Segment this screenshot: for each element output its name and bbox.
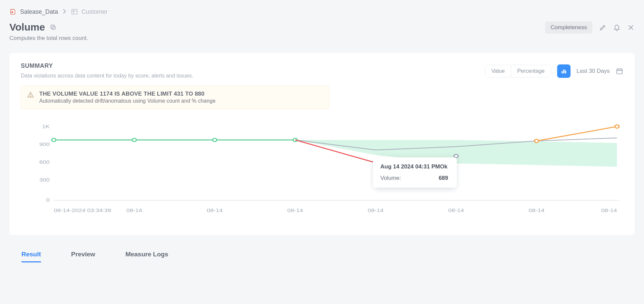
svg-text:08-14: 08-14: [448, 208, 464, 213]
svg-text:08-14: 08-14: [287, 208, 303, 213]
svg-text:08-14: 08-14: [529, 208, 544, 213]
page-subtitle: Computes the total rows count.: [9, 35, 88, 42]
chevron-right-icon: [63, 8, 66, 15]
svg-rect-8: [565, 70, 566, 73]
alert-title: THE VOLUME VALUE 1174 IS ABOVE THE LIMIT…: [39, 91, 216, 97]
svg-text:600: 600: [39, 159, 50, 165]
value-percentage-toggle: Value Percentage: [485, 65, 551, 78]
svg-text:300: 300: [39, 177, 50, 183]
datasource-icon: [9, 8, 17, 15]
date-range-label: Last 30 Days: [577, 68, 610, 74]
svg-rect-1: [72, 9, 77, 14]
tab-preview[interactable]: Preview: [71, 251, 95, 262]
detail-tabs: Result Preview Measure Logs: [21, 251, 635, 262]
svg-point-21: [52, 138, 56, 142]
edit-icon[interactable]: [599, 24, 606, 31]
breadcrumb-label: Customer: [82, 8, 108, 15]
breadcrumb: Salease_Data Customer: [9, 8, 635, 15]
summary-card: SUMMARY Data violations across data cont…: [9, 53, 635, 235]
tooltip-label: Volume:: [380, 175, 401, 182]
summary-subtitle: Data violations across data content for …: [21, 73, 193, 79]
svg-text:08-14: 08-14: [368, 208, 383, 213]
svg-point-22: [132, 138, 136, 142]
svg-text:08-14: 08-14: [207, 208, 223, 213]
svg-rect-4: [52, 26, 55, 30]
volume-chart[interactable]: 1K 900 600 300 0: [21, 120, 623, 222]
svg-point-28: [615, 125, 619, 128]
tab-measure-logs[interactable]: Measure Logs: [125, 251, 168, 262]
svg-point-23: [213, 138, 217, 142]
toggle-value[interactable]: Value: [485, 65, 511, 77]
svg-rect-7: [563, 69, 564, 73]
svg-text:1K: 1K: [42, 124, 50, 130]
toggle-percentage[interactable]: Percentage: [511, 65, 551, 77]
alert-banner: THE VOLUME VALUE 1174 IS ABOVE THE LIMIT…: [21, 86, 329, 109]
breadcrumb-item-table[interactable]: Customer: [71, 8, 108, 15]
svg-text:0: 0: [46, 197, 50, 203]
tab-result[interactable]: Result: [21, 251, 41, 262]
calendar-icon[interactable]: [616, 67, 623, 75]
svg-text:08-14: 08-14: [126, 208, 142, 213]
chart-tooltip: Aug 14 2024 04:31 PMOk Volume: 689: [373, 157, 457, 188]
svg-text:08-14: 08-14: [601, 208, 617, 213]
bell-icon[interactable]: [613, 24, 621, 31]
svg-point-14: [30, 96, 31, 96]
svg-point-0: [11, 11, 13, 13]
svg-text:900: 900: [39, 142, 50, 147]
svg-rect-6: [561, 71, 562, 73]
breadcrumb-label: Salease_Data: [20, 8, 58, 15]
close-icon[interactable]: [627, 24, 635, 31]
svg-rect-5: [51, 25, 54, 28]
chart-type-button[interactable]: [557, 64, 571, 78]
summary-title: SUMMARY: [21, 62, 193, 69]
svg-rect-9: [617, 69, 623, 74]
alert-subtitle: Automatically detected drift/anomalous u…: [39, 98, 216, 104]
breadcrumb-item-datasource[interactable]: Salease_Data: [9, 8, 58, 15]
copy-icon[interactable]: [50, 24, 56, 31]
category-badge: Completeness: [545, 21, 592, 34]
svg-text:08-14-2024 03:34:39: 08-14-2024 03:34:39: [54, 208, 111, 213]
page-title: Volume: [9, 21, 45, 33]
tooltip-date: Aug 14 2024 04:31 PMOk: [380, 163, 448, 170]
warning-icon: [27, 91, 34, 104]
table-icon: [71, 8, 78, 15]
tooltip-value: 689: [439, 175, 448, 182]
svg-point-27: [535, 139, 539, 143]
